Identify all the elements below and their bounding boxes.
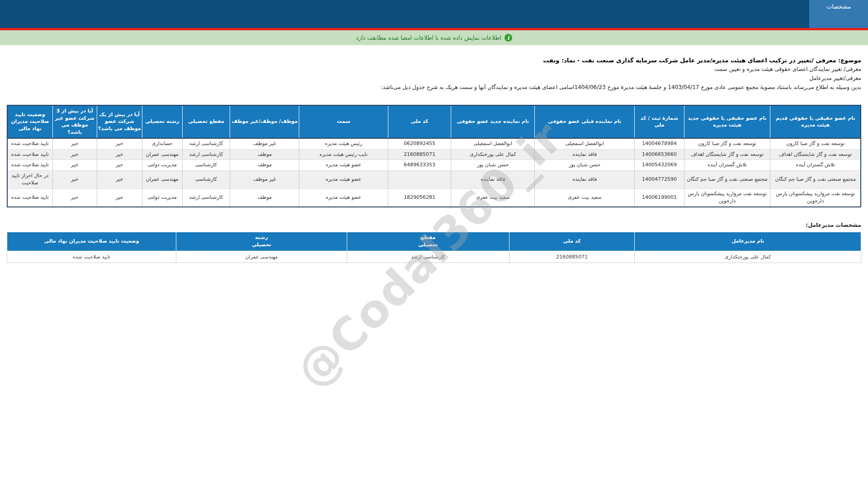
intro-line-ceo-change: معرفی/تغییر مدیرعامل — [7, 75, 861, 82]
table-cell: غیر موظف — [230, 138, 299, 149]
table-cell: فاقد نماینده — [451, 170, 535, 188]
table-cell: مدیریت دولتی — [142, 160, 182, 171]
table-cell: موظف — [230, 160, 299, 171]
table-cell: 14006199001 — [635, 188, 684, 207]
table-cell: فاقد نماینده — [535, 170, 635, 188]
intro-line-resolution: بدین وسیله به اطلاع می‌رساند باستناد مصو… — [7, 84, 861, 91]
table-cell: تایید صلاحیت شده — [7, 251, 176, 263]
table-cell: مدیریت دولتی — [142, 188, 182, 207]
table-cell: کارشناسی ارشد — [182, 138, 230, 149]
table-cell: مهندسی عمران — [142, 170, 182, 188]
table-cell: موظف — [230, 188, 299, 207]
table-cell: مهندسی عمران — [176, 251, 347, 263]
column-header: آیا در بیش از یک شرکت عضو موظف می باشد؟ — [97, 105, 142, 139]
table-cell: مجتمع صنعتی نفت و گاز صبا جم کنگان — [684, 170, 770, 188]
column-header: شمارهٔ ثبت / کد ملی — [635, 105, 684, 139]
table-cell: عضو هیئت مدیره — [299, 170, 388, 188]
column-header: نام عضو حقیقی یا حقوقی قدیم هیئت مدیره — [770, 105, 861, 139]
column-header: نام نماینده جدید عضو حقوقی — [451, 105, 535, 139]
table-cell: ابوالفضل اسمعیلی — [451, 138, 535, 149]
table-cell — [388, 170, 451, 188]
table-cell: 2160885071 — [509, 251, 635, 263]
table-cell: تایید صلاحیت شده — [7, 160, 52, 171]
table-cell: عضو هیئت مدیره — [299, 160, 388, 171]
table-cell: 14004678984 — [635, 138, 684, 149]
column-header: رشته تحصیلی — [176, 232, 347, 251]
signature-match-banner: i اطلاعات نمایش داده شده با اطلاعات امضا… — [0, 30, 868, 45]
table-cell: کارشناسی ارشد — [182, 188, 230, 207]
column-header: نام مدیرعامل — [635, 232, 861, 251]
table-cell: 1829056281 — [388, 188, 451, 207]
table-cell: خیر — [52, 170, 97, 188]
table-cell: خیر — [97, 170, 142, 188]
table-cell: تلاش گستران آینده — [684, 160, 770, 171]
column-header: موظف/ موظف/غیر موظف — [230, 105, 299, 139]
signature-match-text: اطلاعات نمایش داده شده با اطلاعات امضا ش… — [356, 34, 501, 41]
table-cell: رئیس هیئت مدیره — [299, 138, 388, 149]
table-cell: عضو هیئت مدیره — [299, 188, 388, 207]
table-row: توسعه نفت و گاز صبا کارونتوسعه نفت و گاز… — [7, 138, 861, 149]
table-cell: مهندسی عمران — [142, 149, 182, 160]
disclosure-content: موضوع: معرفی /تغییر در ترکیب اعضای هیئت … — [0, 45, 868, 263]
column-header: نام نماینده قبلی عضو حقوقی — [535, 105, 635, 139]
info-icon: i — [505, 34, 512, 42]
table-cell: خیر — [97, 188, 142, 207]
table-cell: کارشناسی ارشد — [347, 251, 509, 263]
table-cell: 2160885071 — [388, 149, 451, 160]
board-members-table: نام عضو حقیقی یا حقوقی قدیم هیئت مدیرهنا… — [7, 105, 861, 207]
table-cell: مجتمع صنعتی نفت و گاز صبا جم کنگان — [770, 170, 861, 188]
column-header: مقطع تحصیلی — [347, 232, 509, 251]
table-cell: تلاش گستران آینده — [770, 160, 861, 171]
table-cell: تایید صلاحیت شده — [7, 138, 52, 149]
table-cell: خیر — [52, 160, 97, 171]
table-cell: خیر — [97, 149, 142, 160]
table-cell: کارشناسی ارشد — [182, 149, 230, 160]
table-row: مجتمع صنعتی نفت و گاز صبا جم کنگانمجتمع … — [7, 170, 861, 188]
ceo-table-header-row: نام مدیرعاملکد ملیمقطع تحصیلیرشته تحصیلی… — [7, 232, 861, 251]
column-header: وضعیت تایید صلاحیت مدیران نهاد مالی — [7, 232, 176, 251]
column-header: کد ملی — [388, 105, 451, 139]
subject-line: موضوع: معرفی /تغییر در ترکیب اعضای هیئت … — [7, 57, 861, 64]
table-cell: کمال علی پورخنکداری — [635, 251, 861, 263]
table-cell: کارشناسی — [182, 170, 230, 188]
table-cell: سعید بیت عفری — [451, 188, 535, 207]
table-cell: خیر — [52, 149, 97, 160]
column-header: نام عضو حقیقی یا حقوقی جدید هیئت مدیره — [684, 105, 770, 139]
column-header: مقطع تحصیلی — [182, 105, 230, 139]
table-cell: غیر موظف — [230, 170, 299, 188]
table-cell: خیر — [97, 160, 142, 171]
tab-specifications[interactable]: مشخصات — [809, 0, 868, 28]
table-cell: توسعه نفت مروارید پیشکسوتان پارس دارخوین — [684, 188, 770, 207]
table-cell: در حال احراز تایید صلاحیت — [7, 170, 52, 188]
column-header: رشته تحصیلی — [142, 105, 182, 139]
table-row: کمال علی پورخنکداری2160885071کارشناسی ار… — [7, 251, 861, 263]
table-cell: توسعه نفت و گاز شایستگان اهداف — [684, 149, 770, 160]
table-cell: کمال علی پورخنکداری — [451, 149, 535, 160]
table-cell: نایب رئیس هیئت مدیره — [299, 149, 388, 160]
column-header: کد ملی — [509, 232, 635, 251]
table-cell: حسابداری — [142, 138, 182, 149]
table-row: توسعه نفت مروارید پیشکسوتان پارس دارخوین… — [7, 188, 861, 207]
table-cell: 14005432069 — [635, 160, 684, 171]
table-row: تلاش گستران آیندهتلاش گستران آینده140054… — [7, 160, 861, 171]
table-cell: 0620892455 — [388, 138, 451, 149]
ceo-table: نام مدیرعاملکد ملیمقطع تحصیلیرشته تحصیلی… — [7, 232, 861, 263]
table-cell: فاقد نماینده — [535, 149, 635, 160]
table-cell: خیر — [52, 138, 97, 149]
table-cell: کارشناسی — [182, 160, 230, 171]
intro-line-representatives: معرفی/ تغییر نمایندگان اعضای حقوقی هیئت … — [7, 66, 861, 73]
table-cell: 14004772590 — [635, 170, 684, 188]
table-cell: سعید بیت عفری — [535, 188, 635, 207]
table-cell: توسعه نفت و گاز شایستگان اهداف — [770, 149, 861, 160]
column-header: آیا در بیش از 3 شرکت عضو غیر موظف می باش… — [52, 105, 97, 139]
top-navigation-bar: مشخصات — [0, 0, 868, 28]
table-cell: خیر — [97, 138, 142, 149]
table-cell: تایید صلاحیت شده — [7, 149, 52, 160]
table-cell: حسن شبان پور — [535, 160, 635, 171]
table-row: توسعه نفت و گاز شایستگان اهدافتوسعه نفت … — [7, 149, 861, 160]
board-table-header-row: نام عضو حقیقی یا حقوقی قدیم هیئت مدیرهنا… — [7, 105, 861, 139]
column-header: وضعیت تایید صلاحیت مدیران نهاد مالی — [7, 105, 52, 139]
table-cell: حسن شبان پور — [451, 160, 535, 171]
table-cell: توسعه نفت مروارید پیشکسوتان پارس دارخوین — [770, 188, 861, 207]
table-cell: توسعه نفت و گاز صبا کارون — [684, 138, 770, 149]
